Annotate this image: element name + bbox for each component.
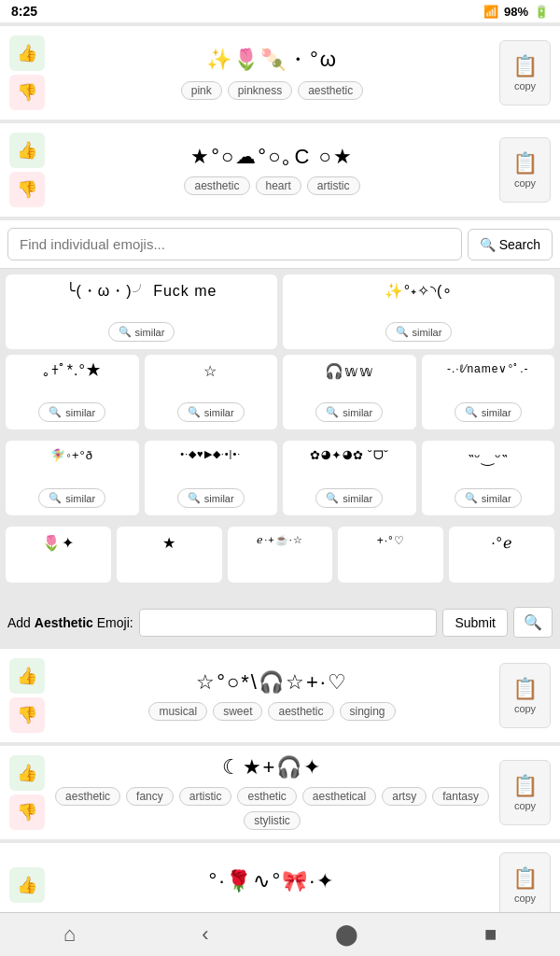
tag: musical [148,702,207,721]
grid-cell: ｡+ﾟ*.°★ 🔍 similar [6,355,139,429]
tag: artistic [179,787,232,806]
grid-emoji: •∙◆♥▶◆∙•|•∙ [180,448,241,460]
grid-cell: ★ [117,527,222,583]
grid-row-1: ｡+ﾟ*.°★ 🔍 similar ☆ 🔍 similar 🎧𝕨𝕨 🔍 simi… [6,355,554,435]
tags-1: pink pinkness aesthetic [52,81,492,100]
grid-cell: •∙◆♥▶◆∙•|•∙ 🔍 similar [145,441,278,515]
search-icon-small: 🔍 [49,492,62,504]
copy-btn-2[interactable]: 📋 copy [499,137,551,203]
grid-emoji: 🧚‍♀️◦+°ð [50,448,93,462]
search-input[interactable] [7,228,462,260]
partial-cards-row: ╰(・ω・)╯ Fuck me 🔍 similar ✨°˖✧◝(∘ 🔍 simi… [6,274,554,349]
time: 8:25 [11,4,37,19]
similar-btn[interactable]: 🔍 similar [315,402,383,422]
partial-emoji-left: ╰(・ω・)╯ Fuck me [66,282,217,302]
emoji-display-3: ☆°○*\🎧☆+·♡ [52,670,492,695]
upvote-btn-3[interactable]: 👍 [9,658,45,694]
upvote-btn-1[interactable]: 👍 [9,35,45,71]
tag: aesthetical [302,787,376,806]
upvote-btn-5[interactable]: 👍 [9,867,45,903]
bottom-nav: ⌂ ‹ ⬤ ■ [0,912,560,956]
square-btn[interactable]: ■ [484,922,497,947]
search-icon-btn[interactable]: 🔍 [513,607,553,638]
similar-btn[interactable]: 🔍 similar [455,488,522,508]
emoji-card-3: 👍 👎 ☆°○*\🎧☆+·♡ musical sweet aesthetic s… [0,649,560,742]
search-icon: 🔍 [480,237,496,252]
emoji-display-4: ☾★+🎧✦ [52,755,492,780]
tags-2: aesthetic heart artistic [52,176,492,195]
tag: singing [340,702,396,721]
similar-btn[interactable]: 🔍 similar [455,402,522,422]
battery: 98% [504,5,528,19]
copy-btn-4[interactable]: 📋 copy [499,760,551,825]
emoji-display-5: °·🌹∿°🎀·✦ [52,869,492,893]
copy-icon: 📋 [512,866,538,891]
tag: heart [256,176,301,195]
tag: artsy [382,787,427,806]
home-icon: ⌂ [63,922,76,946]
downvote-btn-1[interactable]: 👎 [9,75,45,110]
add-emoji-input[interactable] [139,609,438,637]
grid-emoji: -.·ℓ∕name∨°ﾟ.- [447,362,529,375]
downvote-btn-2[interactable]: 👎 [9,172,45,207]
similar-btn-partial-left[interactable]: 🔍 similar [108,322,175,342]
wifi-icon: 📶 [483,5,498,19]
search-icon-small: 🔍 [326,406,339,418]
tag: fancy [126,787,174,806]
vote-buttons-4: 👍 👎 [9,755,45,830]
add-label: Add Aesthetic Emoji: [7,615,133,630]
search-icon-small: 🔍 [326,492,339,504]
grid-cell: ·°ℯ [449,527,554,583]
similar-btn[interactable]: 🔍 similar [177,402,245,422]
tag: aesthetic [55,787,120,806]
downvote-btn-3[interactable]: 👎 [9,697,45,733]
add-emoji-bar: Add Aesthetic Emoji: Submit 🔍 [0,599,560,645]
tag: aesthetic [298,81,363,100]
grid-cell: ☆ 🔍 similar [145,355,278,429]
status-bar: 8:25 📶 98% 🔋 [0,0,560,22]
card-content-2: ★°○☁°○｡C ○★ aesthetic heart artistic [52,145,492,195]
submit-btn[interactable]: Submit [442,609,508,637]
tag: sweet [213,702,262,721]
grid-cell: +·°♡ [338,527,443,583]
copy-icon: 📋 [512,677,538,701]
battery-icon: 🔋 [534,5,549,19]
similar-btn[interactable]: 🔍 similar [38,488,105,508]
grid-emoji: ✿◕✦◕✿ ˘ᗜ˘ [310,448,389,463]
home-btn[interactable]: ⌂ [63,922,76,947]
downvote-btn-4[interactable]: 👎 [9,794,45,830]
emoji-display-2: ★°○☁°○｡C ○★ [52,145,492,169]
copy-btn-1[interactable]: 📋 copy [499,40,551,105]
search-icon-small: 🔍 [396,326,409,338]
circle-btn[interactable]: ⬤ [335,922,358,947]
copy-btn-3[interactable]: 📋 copy [499,663,551,728]
grid-emoji: ·°ℯ [491,534,512,552]
similar-btn[interactable]: 🔍 similar [315,488,383,508]
tag: pink [181,81,222,100]
square-icon: ■ [484,922,497,946]
search-icon-small: 🔍 [119,326,132,338]
similar-btn[interactable]: 🔍 similar [38,402,105,422]
grid-emoji: 🎧𝕨𝕨 [325,362,374,380]
copy-icon: 📋 [512,774,538,798]
back-btn[interactable]: ‹ [202,922,208,947]
similar-btn[interactable]: 🔍 similar [177,488,245,508]
grid-cell: 🌷✦ [6,527,111,583]
search-icon-small: 🔍 [188,406,201,418]
emoji-card-1: 👍 👎 ✨🌷🍡・°ω pink pinkness aesthetic 📋 cop… [0,26,560,120]
copy-btn-5[interactable]: 📋 copy [499,852,551,918]
tags-4: aesthetic fancy artistic esthetic aesthe… [52,787,492,830]
upvote-btn-4[interactable]: 👍 [9,755,45,791]
similar-btn-partial-right[interactable]: 🔍 similar [385,322,453,342]
card-content-1: ✨🌷🍡・°ω pink pinkness aesthetic [52,46,492,100]
emoji-card-2: 👍 👎 ★°○☁°○｡C ○★ aesthetic heart artistic… [0,123,560,217]
grid-emoji: +·°♡ [377,534,405,547]
upvote-btn-2[interactable]: 👍 [9,133,45,168]
grid-cell: ℯ·+☕·☆ [228,527,333,583]
partial-emoji-right: ✨°˖✧◝(∘ [385,282,454,300]
grid-emoji: ☆ [203,362,217,380]
grid-section: ╰(・ω・)╯ Fuck me 🔍 similar ✨°˖✧◝(∘ 🔍 simi… [0,269,560,599]
circle-icon: ⬤ [335,922,358,946]
search-button[interactable]: 🔍 Search [468,229,553,260]
tag: esthetic [237,787,296,806]
